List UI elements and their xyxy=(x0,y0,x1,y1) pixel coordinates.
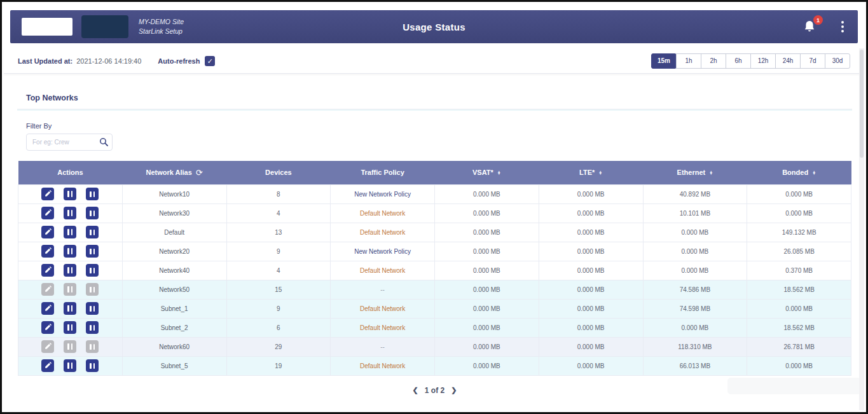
pause-button-2 xyxy=(86,283,99,296)
app-window: MY-DEMO Site StarLink Setup Usage Status… xyxy=(0,0,868,414)
pause-button-2[interactable] xyxy=(86,226,99,238)
column-header-ethernet[interactable]: Ethernet▲▼ xyxy=(643,161,747,184)
edit-button[interactable] xyxy=(41,245,54,258)
column-label: LTE* xyxy=(579,169,595,176)
table-row: Subnet_19Default Network0.000 MB0.000 MB… xyxy=(18,299,851,318)
bonded-cell: 149.132 MB xyxy=(747,223,851,242)
last-updated-label: Last Updated at: xyxy=(18,57,72,65)
pause-button-1[interactable] xyxy=(64,207,76,219)
actions-cell xyxy=(18,223,123,242)
scrollbar-thumb[interactable] xyxy=(860,50,864,158)
lte-cell: 0.000 MB xyxy=(539,242,643,261)
search-icon xyxy=(99,137,108,149)
time-range-6h[interactable]: 6h xyxy=(726,53,751,69)
vsat-cell: 0.000 MB xyxy=(435,261,539,280)
prev-page-button[interactable]: ❮ xyxy=(413,386,418,394)
time-range-24h[interactable]: 24h xyxy=(775,53,801,69)
pause-button-1[interactable] xyxy=(64,302,76,315)
pause-button-1[interactable] xyxy=(64,321,76,334)
pause-button-1[interactable] xyxy=(64,245,76,258)
traffic-policy-cell: Default Network xyxy=(331,299,435,318)
top-networks-table: ActionsNetwork Alias⟳DevicesTraffic Poli… xyxy=(18,161,851,376)
filter-field xyxy=(26,134,113,151)
panel-title: Top Networks xyxy=(17,85,852,109)
vertical-scrollbar[interactable] xyxy=(859,48,864,410)
pause-button-1[interactable] xyxy=(64,264,76,277)
devices-cell: 13 xyxy=(226,223,331,242)
ethernet-cell: 0.000 MB xyxy=(643,223,747,242)
column-header-vsat-[interactable]: VSAT*▲▼ xyxy=(435,161,539,184)
ethernet-cell: 10.101 MB xyxy=(643,204,747,223)
top-bar: MY-DEMO Site StarLink Setup Usage Status… xyxy=(10,10,858,43)
edit-button[interactable] xyxy=(41,321,54,334)
pause-button-1[interactable] xyxy=(64,226,76,238)
ethernet-cell: 74.598 MB xyxy=(643,299,747,318)
pause-button-2[interactable] xyxy=(86,207,99,219)
edit-button[interactable] xyxy=(41,207,54,219)
vsat-cell: 0.000 MB xyxy=(435,337,539,356)
ethernet-cell: 66.013 MB xyxy=(643,356,747,375)
table-row: Network209New Network Policy0.000 MB0.00… xyxy=(18,242,851,261)
column-label: VSAT* xyxy=(472,169,493,176)
devices-cell: 29 xyxy=(226,337,331,356)
lte-cell: 0.000 MB xyxy=(539,356,643,375)
actions-cell xyxy=(18,242,123,261)
time-range-1h[interactable]: 1h xyxy=(676,53,701,69)
edit-button[interactable] xyxy=(41,188,54,200)
next-page-button[interactable]: ❯ xyxy=(451,386,457,394)
time-range-12h[interactable]: 12h xyxy=(750,53,776,69)
vsat-cell: 0.000 MB xyxy=(435,318,539,337)
page-indicator: 1 of 2 xyxy=(425,386,444,395)
pause-button-2[interactable] xyxy=(86,245,99,258)
column-header-network-alias[interactable]: Network Alias⟳ xyxy=(122,161,226,184)
time-range-7d[interactable]: 7d xyxy=(800,53,825,69)
sort-carets-icon[interactable]: ▲▼ xyxy=(598,172,602,174)
vsat-cell: 0.000 MB xyxy=(435,356,539,375)
column-header-actions: Actions xyxy=(18,161,123,184)
ethernet-cell: 40.892 MB xyxy=(643,184,747,204)
edit-button[interactable] xyxy=(41,264,54,277)
devices-cell: 4 xyxy=(226,204,331,223)
kebab-menu-button[interactable] xyxy=(839,20,846,34)
auto-refresh-label: Auto-refresh xyxy=(158,57,200,65)
sort-carets-icon[interactable]: ▲▼ xyxy=(812,172,816,174)
pause-button-2[interactable] xyxy=(86,302,99,315)
table-row: Subnet_26Default Network0.000 MB0.000 MB… xyxy=(18,318,851,337)
traffic-policy-cell: Default Network xyxy=(331,223,435,242)
lte-cell: 0.000 MB xyxy=(539,223,643,242)
actions-cell xyxy=(18,204,123,223)
column-header-bonded[interactable]: Bonded▲▼ xyxy=(747,161,851,184)
edit-button[interactable] xyxy=(41,359,54,372)
lte-cell: 0.000 MB xyxy=(539,337,643,356)
sort-carets-icon[interactable]: ▲▼ xyxy=(497,172,501,174)
pause-button-2[interactable] xyxy=(86,264,99,277)
time-range-2h[interactable]: 2h xyxy=(701,53,726,69)
column-label: Ethernet xyxy=(677,169,706,176)
refresh-icon[interactable]: ⟳ xyxy=(196,168,203,177)
auto-refresh-checkbox[interactable]: ✓ xyxy=(205,56,215,66)
lte-cell: 0.000 MB xyxy=(539,261,643,280)
network-alias-cell: Network20 xyxy=(122,242,226,261)
vsat-cell: 0.000 MB xyxy=(435,184,539,204)
site-setup: StarLink Setup xyxy=(139,27,184,36)
pause-button-2 xyxy=(86,340,99,353)
pause-button-2[interactable] xyxy=(86,359,99,372)
pause-button-1[interactable] xyxy=(64,188,76,200)
bonded-cell: 0.000 MB xyxy=(747,356,851,375)
lte-cell: 0.000 MB xyxy=(539,299,643,318)
time-range-30d[interactable]: 30d xyxy=(825,53,850,69)
lte-cell: 0.000 MB xyxy=(539,280,643,299)
edit-button[interactable] xyxy=(41,226,54,238)
time-range-15m[interactable]: 15m xyxy=(651,53,677,69)
pause-button-2[interactable] xyxy=(86,321,99,334)
notifications-button[interactable]: 1 xyxy=(803,20,817,34)
site-name: MY-DEMO Site xyxy=(139,17,184,27)
network-alias-cell: Network50 xyxy=(122,280,226,299)
ethernet-cell: 0.000 MB xyxy=(643,242,747,261)
pause-button-1[interactable] xyxy=(64,359,76,372)
pause-button-2[interactable] xyxy=(86,188,99,200)
edit-button[interactable] xyxy=(41,302,54,315)
sort-carets-icon[interactable]: ▲▼ xyxy=(709,172,713,174)
time-range-group: 15m1h2h6h12h24h7d30d xyxy=(651,53,850,69)
column-header-lte-[interactable]: LTE*▲▼ xyxy=(539,161,643,184)
